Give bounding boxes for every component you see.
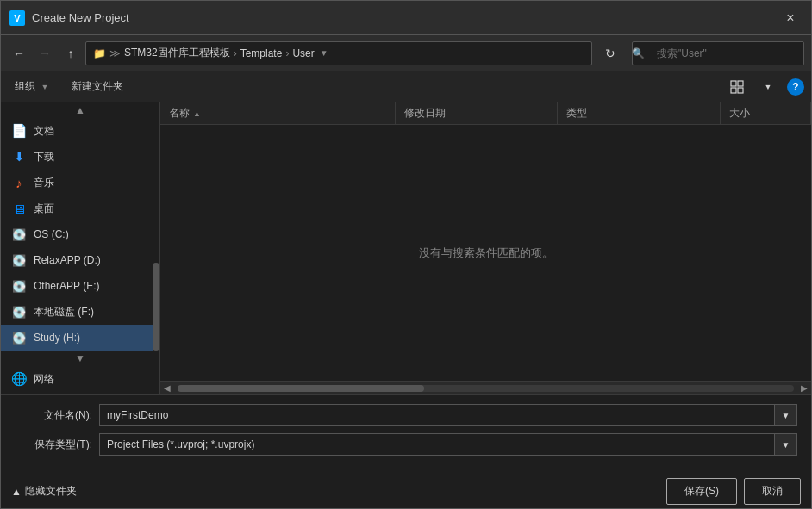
- organize-label: 组织: [15, 79, 35, 94]
- filetype-dropdown-button[interactable]: ▼: [775, 433, 797, 456]
- up-button[interactable]: ↑: [59, 42, 82, 65]
- horizontal-scrollbar[interactable]: ◀ ▶: [160, 381, 811, 394]
- column-size[interactable]: 大小: [721, 102, 811, 124]
- f-drive-icon: 💽: [11, 304, 27, 320]
- breadcrumb-item-3[interactable]: User: [292, 47, 314, 59]
- sidebar-item-desktop[interactable]: 🖥 桌面: [1, 196, 159, 221]
- toolbar: 组织 ▼ 新建文件夹 ▼ ?: [1, 71, 811, 102]
- new-folder-button[interactable]: 新建文件夹: [65, 76, 130, 97]
- sidebar-item-h-label: Study (H:): [34, 332, 153, 344]
- dialog-title: Create New Project: [32, 11, 778, 24]
- content-area: ▲ 📄 文档 ⬇ 下载 ♪ 音乐 🖥 桌面 💽 OS (C:): [1, 102, 811, 394]
- sidebar-item-d-drive[interactable]: 💽 RelaxAPP (D:): [1, 247, 159, 273]
- breadcrumb-item-1[interactable]: STM32固件库工程模板: [124, 46, 230, 60]
- new-folder-label: 新建文件夹: [72, 79, 123, 94]
- h-drive-icon: 💽: [11, 330, 27, 345]
- organize-button[interactable]: 组织 ▼: [8, 76, 58, 97]
- sidebar-scroll-down[interactable]: ▼: [1, 351, 159, 366]
- sidebar-item-documents-label: 文档: [34, 124, 153, 139]
- sidebar-item-f-label: 本地磁盘 (F:): [34, 305, 153, 320]
- cancel-button[interactable]: 取消: [744, 478, 801, 505]
- footer: ▲ 隐藏文件夹 保存(S) 取消: [1, 471, 811, 508]
- sidebar-scrollbar-thumb: [153, 263, 159, 351]
- view-toggle-button[interactable]: [725, 75, 749, 99]
- filename-dropdown-button[interactable]: ▼: [775, 404, 797, 426]
- filetype-input-wrapper: ▼: [99, 433, 797, 456]
- dialog-window: V Create New Project × ← → ↑ 📁 ≫ STM32固件…: [0, 0, 812, 509]
- refresh-button[interactable]: ↻: [599, 42, 621, 65]
- sidebar-item-documents[interactable]: 📄 文档: [1, 118, 159, 144]
- sidebar-scroll-up[interactable]: ▲: [1, 102, 159, 118]
- hscroll-track: [178, 385, 794, 392]
- navigation-bar: ← → ↑ 📁 ≫ STM32固件库工程模板 › Template › User…: [1, 35, 811, 71]
- sidebar-item-music-label: 音乐: [34, 176, 153, 190]
- organize-dropdown-icon: ▼: [39, 81, 51, 93]
- app-icon: V: [9, 10, 25, 26]
- d-drive-icon: 💽: [11, 252, 27, 268]
- documents-icon: 📄: [11, 123, 27, 139]
- svg-rect-0: [731, 81, 736, 86]
- close-button[interactable]: ×: [778, 6, 803, 30]
- sidebar-item-downloads[interactable]: ⬇ 下载: [1, 144, 159, 170]
- svg-rect-1: [738, 81, 743, 86]
- title-bar: V Create New Project ×: [1, 1, 811, 35]
- c-drive-icon: 💽: [11, 227, 27, 242]
- search-input[interactable]: [632, 41, 804, 65]
- breadcrumb-item-2[interactable]: Template: [240, 47, 283, 59]
- filename-input-wrapper: ▼: [99, 404, 797, 426]
- breadcrumb-bar: 📁 ≫ STM32固件库工程模板 › Template › User ▼: [85, 41, 592, 65]
- sidebar-item-e-label: OtherAPP (E:): [34, 280, 153, 292]
- column-name[interactable]: 名称 ▲: [160, 102, 396, 124]
- sidebar-item-network-label: 网络: [34, 372, 153, 387]
- sidebar-item-music[interactable]: ♪ 音乐: [1, 170, 159, 196]
- column-type[interactable]: 类型: [558, 102, 721, 124]
- sidebar-item-c-label: OS (C:): [34, 228, 153, 240]
- music-icon: ♪: [11, 175, 27, 190]
- bottom-form: 文件名(N): ▼ 保存类型(T): ▼: [1, 394, 811, 471]
- svg-rect-3: [738, 88, 743, 93]
- filetype-input[interactable]: [99, 433, 775, 456]
- downloads-icon: ⬇: [11, 149, 27, 164]
- filetype-label: 保存类型(T):: [15, 438, 92, 452]
- help-button[interactable]: ?: [787, 78, 804, 96]
- hscroll-left-arrow[interactable]: ◀: [160, 382, 174, 395]
- filename-input[interactable]: [99, 404, 775, 426]
- sidebar-scrollbar[interactable]: [153, 102, 159, 394]
- sidebar-item-desktop-label: 桌面: [34, 202, 153, 216]
- sidebar-item-downloads-label: 下载: [34, 150, 153, 164]
- column-date[interactable]: 修改日期: [396, 102, 559, 124]
- sidebar-item-d-label: RelaxAPP (D:): [34, 254, 153, 266]
- search-wrapper: 🔍: [625, 41, 804, 65]
- e-drive-icon: 💽: [11, 278, 27, 294]
- sidebar-item-e-drive[interactable]: 💽 OtherAPP (E:): [1, 273, 159, 299]
- desktop-icon: 🖥: [11, 201, 27, 216]
- view-dropdown-icon[interactable]: ▼: [756, 75, 780, 99]
- hscroll-right-arrow[interactable]: ▶: [797, 382, 811, 395]
- toggle-folder-button[interactable]: ▲ 隐藏文件夹: [11, 484, 77, 499]
- filetype-row: 保存类型(T): ▼: [15, 433, 797, 456]
- save-button[interactable]: 保存(S): [666, 478, 737, 505]
- breadcrumb-chevron-icon: ▼: [320, 48, 328, 58]
- svg-rect-2: [731, 88, 736, 93]
- filename-label: 文件名(N):: [15, 408, 92, 423]
- name-sort-icon: ▲: [193, 109, 201, 118]
- toggle-folder-icon: ▲: [11, 486, 22, 498]
- sidebar-item-h-drive[interactable]: 💽 Study (H:): [1, 325, 159, 351]
- sidebar-item-c-drive[interactable]: 💽 OS (C:): [1, 221, 159, 247]
- file-list-header: 名称 ▲ 修改日期 类型 大小: [160, 102, 811, 125]
- sidebar-item-network[interactable]: 🌐 网络: [1, 366, 159, 392]
- breadcrumb-folder-icon: 📁: [93, 47, 106, 59]
- forward-button[interactable]: →: [34, 42, 56, 65]
- filename-row: 文件名(N): ▼: [15, 404, 797, 426]
- back-button[interactable]: ←: [8, 42, 30, 65]
- hscroll-thumb: [178, 385, 424, 392]
- sidebar: ▲ 📄 文档 ⬇ 下载 ♪ 音乐 🖥 桌面 💽 OS (C:): [1, 102, 160, 394]
- sidebar-item-f-drive[interactable]: 💽 本地磁盘 (F:): [1, 299, 159, 325]
- network-icon: 🌐: [11, 371, 27, 387]
- file-list-body: 没有与搜索条件匹配的项。: [160, 125, 811, 381]
- toggle-folder-label: 隐藏文件夹: [25, 484, 77, 499]
- file-area: 名称 ▲ 修改日期 类型 大小 没有与搜索条件匹配的项。 ◀: [160, 102, 811, 394]
- empty-message: 没有与搜索条件匹配的项。: [419, 245, 553, 261]
